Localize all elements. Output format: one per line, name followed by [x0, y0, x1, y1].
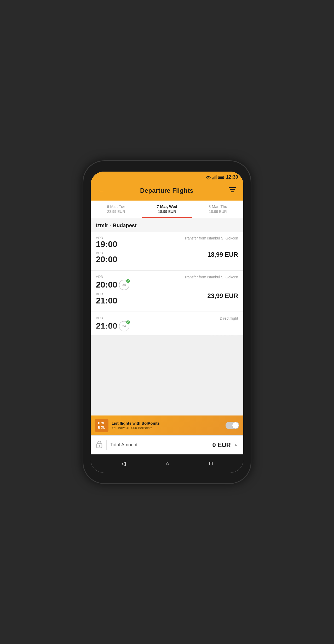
lock-icon	[96, 440, 103, 450]
bolpoints-toggle[interactable]	[226, 422, 239, 429]
svg-rect-8	[229, 187, 236, 188]
tab-prev-date: 6 Mar, Tue	[93, 204, 140, 209]
svg-rect-9	[230, 189, 235, 190]
badge-24h-2: 24 ✓	[119, 280, 129, 290]
depart-time-1: 19:00	[96, 240, 117, 249]
flight-info-3: Direct flight	[220, 316, 238, 320]
depart-code-3: ADB	[96, 316, 129, 320]
bol-logo: BOL BOL	[95, 419, 108, 432]
flight-card-3[interactable]: ADB 21:00 24 ✓ Direct flight	[91, 312, 243, 335]
bolpoints-banner: BOL BOL List flights with BolPoints You …	[91, 415, 243, 435]
svg-rect-2	[214, 177, 214, 179]
phone-screen: 12:30 ← Departure Flights 6 Mar, Tue 23,…	[91, 172, 243, 473]
arrive-time-1: 20:00	[96, 255, 117, 264]
svg-rect-7	[219, 176, 223, 178]
filter-button[interactable]	[227, 186, 238, 195]
battery-icon	[218, 175, 224, 179]
flights-list: ADB 19:00 Transfer from Istanbul S. Gokc…	[91, 232, 243, 415]
tab-current-date: 7 Mar, Wed	[144, 204, 191, 209]
bolpoints-title: List flights with BolPoints	[112, 421, 222, 425]
total-divider	[106, 440, 107, 450]
phone-frame: 12:30 ← Departure Flights 6 Mar, Tue 23,…	[83, 161, 251, 483]
date-tabs: 6 Mar, Tue 23,99 EUR 7 Mar, Wed 18,99 EU…	[91, 201, 243, 218]
svg-point-0	[208, 179, 209, 179]
flight-card-2[interactable]: ADB 20:00 24 ✓ Transfer from Istanbul S.…	[91, 271, 243, 312]
arrive-code-2: BUD	[96, 292, 117, 296]
depart-time-2: 20:00	[96, 280, 117, 289]
tab-next-date: 8 Mar, Thu	[194, 204, 241, 209]
flight-card-1[interactable]: ADB 19:00 Transfer from Istanbul S. Gokc…	[91, 232, 243, 271]
bol-logo-line1: BOL	[98, 421, 105, 425]
bolpoints-text: List flights with BolPoints You have 40.…	[112, 421, 222, 430]
top-bar: ← Departure Flights	[91, 183, 243, 201]
arrive-code-1: BUD	[96, 251, 117, 255]
arrive-code-3: BUD	[96, 335, 103, 336]
flight-price-1: 18,99 EUR	[208, 251, 238, 258]
toggle-thumb	[232, 422, 239, 429]
tab-next-price: 18,99 EUR	[194, 209, 241, 214]
page-title: Departure Flights	[140, 187, 193, 194]
flight-info-1: Transfer from Istanbul S. Gokcen	[184, 236, 238, 240]
depart-code-2: ADB	[96, 275, 129, 279]
tab-next[interactable]: 8 Mar, Thu 18,99 EUR	[192, 201, 243, 218]
signal-icon	[212, 175, 217, 179]
svg-rect-1	[212, 178, 213, 179]
total-amount-bar[interactable]: Total Amount 0 EUR ▲	[91, 435, 243, 454]
expand-icon[interactable]: ▲	[233, 442, 238, 448]
tab-prev[interactable]: 6 Mar, Tue 23,99 EUR	[91, 201, 142, 218]
flight-price-3-partial: 29,99 EUR	[210, 333, 238, 335]
status-time: 12:30	[226, 174, 238, 180]
back-button[interactable]: ←	[96, 186, 107, 196]
svg-rect-10	[231, 191, 234, 192]
svg-rect-4	[216, 175, 216, 179]
check-icon-2: ✓	[126, 279, 130, 283]
badge-24h-3: 24 ✓	[119, 321, 129, 331]
total-amount-label: Total Amount	[110, 442, 212, 448]
flight-price-2: 23,99 EUR	[208, 292, 238, 299]
total-amount-value: 0 EUR	[212, 441, 231, 449]
arrive-time-2: 21:00	[96, 296, 117, 305]
status-icons: 12:30	[206, 174, 238, 180]
nav-back-button[interactable]: ◁	[121, 460, 126, 467]
flight-info-2: Transfer from Istanbul S. Gokcen	[184, 275, 238, 279]
nav-bar: ◁ ○ □	[91, 454, 243, 473]
depart-time-3: 21:00	[96, 321, 117, 331]
nav-home-button[interactable]: ○	[166, 460, 169, 467]
bol-logo-line2: BOL	[98, 425, 105, 430]
depart-code-1: ADB	[96, 236, 117, 240]
tab-current-price: 18,99 EUR	[144, 209, 191, 214]
svg-rect-6	[224, 177, 224, 178]
tab-current[interactable]: 7 Mar, Wed 18,99 EUR	[142, 201, 193, 218]
wifi-icon	[206, 175, 211, 179]
route-title: Izmir - Budapest	[96, 223, 137, 228]
tab-prev-price: 23,99 EUR	[93, 209, 140, 214]
status-bar: 12:30	[91, 172, 243, 183]
bolpoints-subtitle: You have 40.000 BolPoints	[112, 426, 222, 430]
svg-rect-3	[215, 176, 215, 179]
check-icon-3: ✓	[126, 320, 130, 324]
route-header: Izmir - Budapest	[91, 218, 243, 232]
nav-recent-button[interactable]: □	[209, 460, 213, 467]
